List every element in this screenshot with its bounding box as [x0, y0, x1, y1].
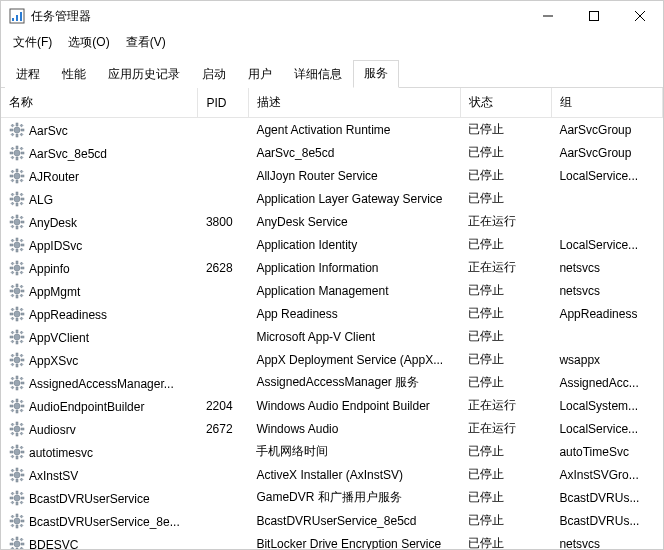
- svg-rect-118: [16, 410, 18, 413]
- service-description: 手机网络时间: [248, 440, 460, 463]
- tab-startup[interactable]: 启动: [191, 61, 237, 88]
- svg-rect-119: [10, 405, 13, 407]
- service-name: Appinfo: [29, 262, 70, 276]
- service-name: BcastDVRUserService_8e...: [29, 515, 180, 529]
- service-pid: [198, 486, 248, 509]
- service-pid: [198, 532, 248, 550]
- svg-rect-93: [21, 336, 24, 338]
- menu-view[interactable]: 查看(V): [120, 32, 172, 53]
- tab-bar: 进程 性能 应用历史记录 启动 用户 详细信息 服务: [1, 53, 663, 88]
- gear-icon: [9, 490, 25, 506]
- service-pid: [198, 302, 248, 325]
- svg-rect-176: [20, 538, 23, 541]
- menubar: 文件(F) 选项(O) 查看(V): [1, 31, 663, 53]
- titlebar: 任务管理器: [1, 1, 663, 31]
- svg-point-161: [14, 518, 20, 524]
- maximize-button[interactable]: [571, 1, 617, 31]
- svg-rect-45: [16, 215, 18, 218]
- service-description: Microsoft App-V Client: [248, 325, 460, 348]
- service-row[interactable]: BcastDVRUserServiceGameDVR 和广播用户服务已停止Bca…: [1, 486, 663, 509]
- svg-rect-123: [11, 409, 14, 412]
- service-row[interactable]: AppVClientMicrosoft App-V Client已停止: [1, 325, 663, 348]
- svg-rect-21: [21, 152, 24, 154]
- svg-point-134: [14, 449, 20, 455]
- app-icon: [9, 8, 25, 24]
- service-row[interactable]: AssignedAccessManager...AssignedAccessMa…: [1, 371, 663, 394]
- svg-rect-22: [11, 147, 14, 150]
- tab-services[interactable]: 服务: [353, 60, 399, 88]
- tab-performance[interactable]: 性能: [51, 61, 97, 88]
- col-header-name[interactable]: 名称: [1, 88, 198, 118]
- gear-icon: [9, 329, 25, 345]
- service-row[interactable]: AppXSvcAppX Deployment Service (AppX...已…: [1, 348, 663, 371]
- svg-rect-174: [21, 543, 24, 545]
- service-row[interactable]: Appinfo2628Application Information正在运行ne…: [1, 256, 663, 279]
- close-button[interactable]: [617, 1, 663, 31]
- services-table-wrap[interactable]: 名称 PID 描述 状态 组 AarSvcAgent Activation Ru…: [1, 88, 663, 550]
- svg-rect-61: [20, 248, 23, 251]
- service-row[interactable]: ALGApplication Layer Gateway Service已停止: [1, 187, 663, 210]
- service-status: 已停止: [460, 164, 551, 187]
- service-status: 正在运行: [460, 394, 551, 417]
- svg-rect-60: [11, 248, 14, 251]
- tab-app-history[interactable]: 应用历史记录: [97, 61, 191, 88]
- svg-rect-145: [16, 479, 18, 482]
- service-row[interactable]: AudioEndpointBuilder2204Windows Audio En…: [1, 394, 663, 417]
- svg-rect-95: [20, 331, 23, 334]
- svg-rect-132: [11, 432, 14, 435]
- service-row[interactable]: autotimesvc手机网络时间已停止autoTimeSvc: [1, 440, 663, 463]
- menu-file[interactable]: 文件(F): [7, 32, 58, 53]
- svg-rect-148: [11, 469, 14, 472]
- col-header-description[interactable]: 描述: [248, 88, 460, 118]
- menu-options[interactable]: 选项(O): [62, 32, 115, 53]
- svg-rect-5: [590, 12, 599, 21]
- svg-rect-177: [11, 547, 14, 550]
- minimize-button[interactable]: [525, 1, 571, 31]
- svg-rect-34: [20, 179, 23, 182]
- service-row[interactable]: AarSvcAgent Activation Runtime已停止AarSvcG…: [1, 118, 663, 142]
- service-row[interactable]: AarSvc_8e5cdAarSvc_8e5cd已停止AarSvcGroup: [1, 141, 663, 164]
- svg-rect-104: [20, 354, 23, 357]
- service-pid: [198, 141, 248, 164]
- service-pid: [198, 279, 248, 302]
- gear-icon: [9, 191, 25, 207]
- svg-point-170: [14, 541, 20, 547]
- service-description: AssignedAccessManager 服务: [248, 371, 460, 394]
- service-row[interactable]: AJRouterAllJoyn Router Service已停止LocalSe…: [1, 164, 663, 187]
- col-header-group[interactable]: 组: [551, 88, 662, 118]
- service-row[interactable]: AnyDesk3800AnyDesk Service正在运行: [1, 210, 663, 233]
- service-row[interactable]: BcastDVRUserService_8e...BcastDVRUserSer…: [1, 509, 663, 532]
- svg-rect-112: [11, 377, 14, 380]
- service-group: AarSvcGroup: [551, 118, 662, 142]
- svg-rect-137: [10, 451, 13, 453]
- svg-rect-168: [11, 524, 14, 527]
- svg-rect-36: [16, 192, 18, 195]
- service-row[interactable]: BDESVCBitLocker Drive Encryption Service…: [1, 532, 663, 550]
- service-status: 已停止: [460, 118, 551, 142]
- service-row[interactable]: Audiosrv2672Windows Audio正在运行LocalServic…: [1, 417, 663, 440]
- service-row[interactable]: AxInstSVActiveX Installer (AxInstSV)已停止A…: [1, 463, 663, 486]
- svg-rect-27: [16, 169, 18, 172]
- service-group: BcastDVRUs...: [551, 486, 662, 509]
- service-pid: 2672: [198, 417, 248, 440]
- service-pid: [198, 187, 248, 210]
- col-header-status[interactable]: 状态: [460, 88, 551, 118]
- svg-rect-136: [16, 456, 18, 459]
- service-pid: [198, 164, 248, 187]
- service-group: LocalService...: [551, 417, 662, 440]
- service-description: Application Layer Gateway Service: [248, 187, 460, 210]
- services-table: 名称 PID 描述 状态 组 AarSvcAgent Activation Ru…: [1, 88, 663, 550]
- tab-users[interactable]: 用户: [237, 61, 283, 88]
- service-name: AppXSvc: [29, 354, 78, 368]
- tab-processes[interactable]: 进程: [5, 61, 51, 88]
- col-header-pid[interactable]: PID: [198, 88, 248, 118]
- svg-rect-58: [11, 239, 14, 242]
- service-row[interactable]: AppMgmtApplication Management已停止netsvcs: [1, 279, 663, 302]
- service-row[interactable]: AppReadinessApp Readiness已停止AppReadiness: [1, 302, 663, 325]
- svg-rect-108: [16, 376, 18, 379]
- service-row[interactable]: AppIDSvcApplication Identity已停止LocalServ…: [1, 233, 663, 256]
- service-name: autotimesvc: [29, 446, 93, 460]
- tab-details[interactable]: 详细信息: [283, 61, 353, 88]
- gear-icon: [9, 421, 25, 437]
- window-controls: [525, 1, 663, 31]
